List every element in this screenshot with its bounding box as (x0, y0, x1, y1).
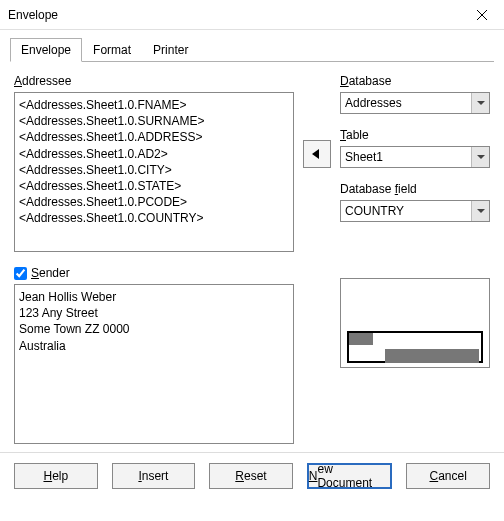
window-title: Envelope (8, 8, 58, 22)
cancel-button[interactable]: Cancel (406, 463, 490, 489)
addressee-label: Addressee (14, 74, 294, 88)
chevron-down-icon[interactable] (471, 93, 489, 113)
database-select[interactable]: Addresses (340, 92, 490, 114)
tab-envelope[interactable]: Envelope (10, 38, 82, 62)
titlebar: Envelope (0, 0, 504, 30)
reset-button[interactable]: Reset (209, 463, 293, 489)
preview-sender-block (349, 333, 373, 345)
sender-checkbox[interactable] (14, 267, 27, 280)
preview-addressee-block (385, 349, 479, 363)
button-row: Help Insert Reset New Document Cancel (0, 452, 504, 501)
close-icon (477, 10, 487, 20)
help-button[interactable]: Help (14, 463, 98, 489)
svg-marker-5 (477, 209, 485, 213)
new-document-button[interactable]: New Document (307, 463, 393, 489)
arrow-left-icon (310, 147, 324, 161)
table-label: Table (340, 128, 490, 142)
close-button[interactable] (459, 0, 504, 30)
sender-checkbox-row[interactable]: Sender (14, 266, 294, 280)
svg-marker-4 (477, 155, 485, 159)
sender-label: Sender (31, 266, 70, 280)
mid-column (300, 74, 334, 444)
envelope-preview (340, 278, 490, 368)
insert-button[interactable]: Insert (112, 463, 196, 489)
tab-format[interactable]: Format (82, 38, 142, 62)
chevron-down-icon[interactable] (471, 147, 489, 167)
svg-marker-3 (477, 101, 485, 105)
left-column: Addressee Sender (14, 74, 294, 444)
tab-bar: Envelope Format Printer (0, 30, 504, 62)
svg-marker-2 (312, 149, 319, 159)
sender-input[interactable] (14, 284, 294, 444)
field-select[interactable]: COUNTRY (340, 200, 490, 222)
field-label: Database field (340, 182, 490, 196)
right-column: Database Addresses Table Sheet1 Database… (340, 74, 490, 444)
table-select[interactable]: Sheet1 (340, 146, 490, 168)
insert-field-button[interactable] (303, 140, 331, 168)
tab-printer[interactable]: Printer (142, 38, 199, 62)
addressee-input[interactable] (14, 92, 294, 252)
database-label: Database (340, 74, 490, 88)
tab-content: Addressee Sender Database Addresses Tabl… (0, 62, 504, 452)
chevron-down-icon[interactable] (471, 201, 489, 221)
